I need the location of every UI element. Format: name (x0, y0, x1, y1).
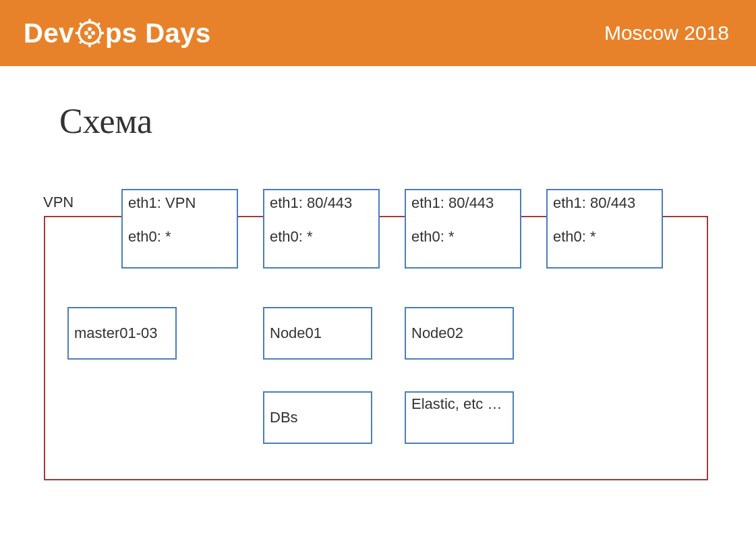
vpn-label: VPN (43, 194, 74, 211)
box-label: master01-03 (74, 325, 158, 342)
header-bar: Dev ps Days Mosc (0, 0, 756, 66)
gateway-box-3: eth1: 80/443 eth0: * (405, 189, 521, 269)
node02-box: Node02 (405, 307, 514, 360)
node01-box: Node01 (263, 307, 372, 360)
box-label: Elastic, etc … (411, 395, 502, 413)
svg-rect-3 (76, 32, 80, 34)
eth0-line: eth0: * (411, 228, 515, 246)
box-label: Node02 (411, 325, 463, 342)
box-label: DBs (270, 409, 298, 426)
eth1-line: eth1: VPN (128, 194, 231, 212)
dbs-box: DBs (263, 391, 372, 444)
brand-text-part1: Dev (24, 18, 74, 49)
gateway-box-4: eth1: 80/443 eth0: * (546, 189, 663, 269)
svg-rect-4 (100, 32, 104, 34)
gateway-box-1: eth1: VPN eth0: * (121, 189, 238, 269)
svg-point-11 (88, 27, 92, 31)
eth1-line: eth1: 80/443 (553, 194, 656, 212)
master-box: master01-03 (67, 307, 177, 360)
event-label: Moscow 2018 (604, 22, 729, 45)
box-label: Node01 (270, 325, 322, 342)
svg-rect-2 (88, 43, 90, 47)
brand-text-part2: ps Days (105, 18, 211, 49)
svg-point-10 (91, 31, 95, 35)
svg-rect-1 (88, 19, 90, 23)
eth0-line: eth0: * (553, 228, 656, 246)
elastic-box: Elastic, etc … (405, 391, 514, 444)
svg-point-12 (88, 35, 92, 39)
eth0-line: eth0: * (270, 228, 373, 246)
eth1-line: eth1: 80/443 (411, 194, 515, 212)
gateway-box-2: eth1: 80/443 eth0: * (263, 189, 380, 269)
brand-logo: Dev ps Days (24, 18, 211, 49)
slide-title: Схема (59, 101, 152, 141)
gear-icon (76, 19, 104, 47)
svg-point-9 (84, 31, 88, 35)
eth1-line: eth1: 80/443 (270, 194, 373, 212)
eth0-line: eth0: * (128, 228, 231, 246)
